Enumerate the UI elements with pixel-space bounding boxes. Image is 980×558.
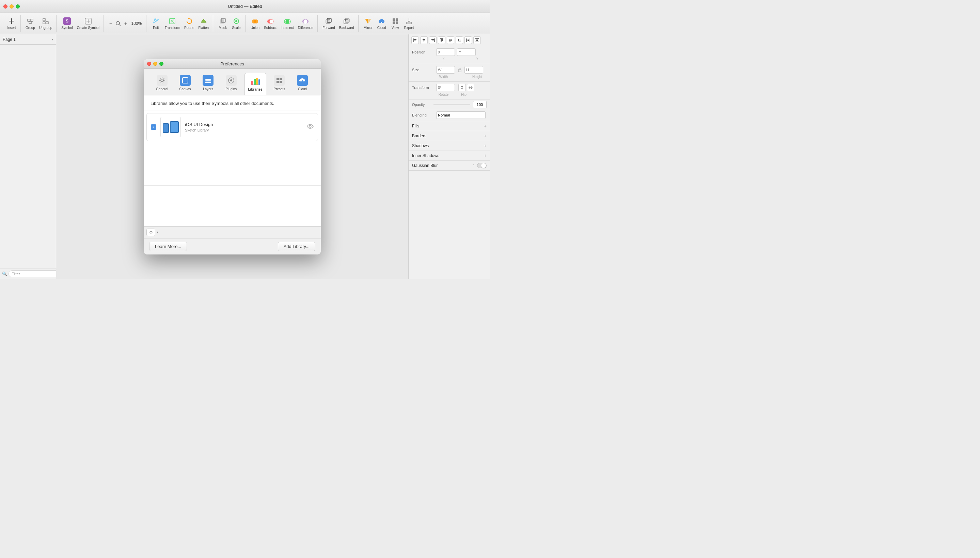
tab-general[interactable]: General (152, 73, 172, 95)
difference-label: Difference (298, 26, 313, 30)
lock-icon[interactable] (458, 67, 462, 72)
ungroup-button[interactable]: Ungroup (37, 15, 54, 32)
svg-rect-55 (451, 39, 452, 41)
svg-rect-35 (396, 18, 398, 21)
align-middle-button[interactable] (447, 36, 454, 44)
group-button[interactable]: Group (23, 15, 37, 32)
gaussian-blur-label: Gaussian Blur (412, 163, 438, 168)
add-library-button[interactable]: Add Library... (278, 242, 315, 251)
dist-v-button[interactable] (473, 36, 481, 44)
zoom-in-button[interactable]: + (122, 20, 129, 27)
svg-rect-57 (458, 39, 459, 41)
symbol-label: Symbol (61, 26, 72, 30)
svg-rect-67 (183, 78, 188, 83)
ungroup-label: Ungroup (39, 26, 52, 30)
borders-section-header[interactable]: Borders + (409, 131, 490, 141)
borders-add-button[interactable]: + (484, 133, 487, 139)
create-symbol-button[interactable]: Create Symbol (75, 15, 101, 32)
svg-rect-3 (31, 19, 33, 21)
view-button[interactable]: View (389, 15, 402, 32)
export-label: Export (404, 26, 414, 30)
gaussian-blur-section-header[interactable]: Gaussian Blur ⌃ (409, 161, 490, 171)
height-input[interactable] (465, 66, 483, 74)
tab-plugins[interactable]: Plugins (221, 73, 241, 95)
align-center-h-button[interactable] (420, 36, 428, 44)
canvas-tab-icon (180, 75, 191, 86)
zoom-out-button[interactable]: − (107, 20, 114, 27)
libraries-tab-label: Libraries (248, 87, 263, 91)
blending-select[interactable]: Normal Multiply Screen Overlay Darken Li… (436, 112, 486, 119)
rotate-input[interactable] (436, 84, 455, 91)
svg-rect-29 (345, 18, 349, 23)
rotate-button[interactable]: Rotate (182, 15, 196, 32)
library-thumbnail (160, 117, 181, 137)
backward-button[interactable]: Backward (337, 15, 356, 32)
align-right-button[interactable] (429, 36, 437, 44)
subtract-icon (266, 17, 275, 25)
minimize-button[interactable] (10, 5, 14, 8)
maximize-button[interactable] (16, 5, 20, 8)
main-canvas[interactable]: Preferences General Canvas (56, 34, 408, 279)
svg-rect-38 (406, 22, 412, 24)
size-section: Size Width Height (409, 64, 490, 82)
scale-button[interactable]: Scale (229, 15, 243, 32)
intersect-button[interactable]: Intersect (278, 15, 296, 32)
union-button[interactable]: Union (248, 15, 262, 32)
edit-button[interactable]: Edit (149, 15, 163, 32)
tab-presets[interactable]: Presets (269, 73, 289, 95)
insert-button[interactable]: Insert (5, 15, 18, 32)
transform-button[interactable]: Transform (163, 15, 182, 32)
zoom-fit-button[interactable] (115, 20, 121, 27)
align-bottom-button[interactable] (456, 36, 463, 44)
y-input[interactable] (457, 48, 476, 56)
mirror-button[interactable]: Mirror (361, 15, 375, 32)
inner-shadows-add-button[interactable]: + (484, 153, 487, 158)
opacity-slider[interactable] (434, 104, 470, 105)
x-input[interactable] (436, 48, 455, 56)
svg-rect-78 (276, 78, 279, 80)
flatten-button[interactable]: Flatten (196, 15, 211, 32)
tab-canvas[interactable]: Canvas (175, 73, 195, 95)
difference-button[interactable]: Difference (296, 15, 315, 32)
fills-add-button[interactable]: + (484, 123, 487, 129)
flip-label: Flip (461, 93, 466, 97)
rotate-label: Rotate (434, 93, 453, 97)
dist-h-button[interactable] (465, 36, 472, 44)
width-input[interactable] (436, 66, 455, 74)
flip-h-button[interactable] (458, 84, 466, 91)
svg-point-18 (235, 20, 237, 22)
prefs-close-button[interactable] (147, 62, 151, 66)
library-eye-button[interactable] (307, 123, 314, 130)
tab-cloud[interactable]: Cloud (293, 73, 312, 95)
opacity-input[interactable] (473, 101, 487, 108)
tab-libraries[interactable]: Libraries (244, 73, 266, 95)
inner-shadows-section-header[interactable]: Inner Shadows + (409, 151, 490, 161)
subtract-button[interactable]: Subtract (262, 15, 278, 32)
library-checkbox[interactable]: ✓ (151, 124, 156, 130)
mask-button[interactable]: Mask (216, 15, 229, 32)
gear-button[interactable]: ⚙ (146, 228, 155, 236)
fills-section-header[interactable]: Fills + (409, 121, 490, 131)
gaussian-blur-toggle[interactable] (477, 163, 487, 168)
align-left-button[interactable] (411, 36, 419, 44)
prefs-minimize-button[interactable] (153, 62, 157, 66)
ios-device-illustration (163, 121, 179, 133)
page-selector[interactable]: Page 1 ▾ (0, 34, 56, 44)
backward-icon (342, 17, 351, 25)
flip-v-button[interactable] (467, 84, 474, 91)
filter-input[interactable] (8, 271, 62, 277)
insert-label: Insert (7, 26, 16, 30)
library-name: iOS UI Design (185, 122, 303, 127)
prefs-maximize-button[interactable] (159, 62, 164, 66)
align-top-button[interactable] (438, 36, 445, 44)
cloud-button[interactable]: Cloud (375, 15, 389, 32)
close-button[interactable] (3, 5, 8, 8)
preferences-dialog: Preferences General Canvas (144, 59, 321, 254)
forward-button[interactable]: Forward (321, 15, 337, 32)
symbol-button[interactable]: S Symbol (59, 15, 75, 32)
learn-more-button[interactable]: Learn More... (149, 242, 187, 251)
tab-layers[interactable]: Layers (198, 73, 218, 95)
shadows-section-header[interactable]: Shadows + (409, 141, 490, 151)
shadows-add-button[interactable]: + (484, 143, 487, 149)
export-button[interactable]: Export (402, 15, 416, 32)
